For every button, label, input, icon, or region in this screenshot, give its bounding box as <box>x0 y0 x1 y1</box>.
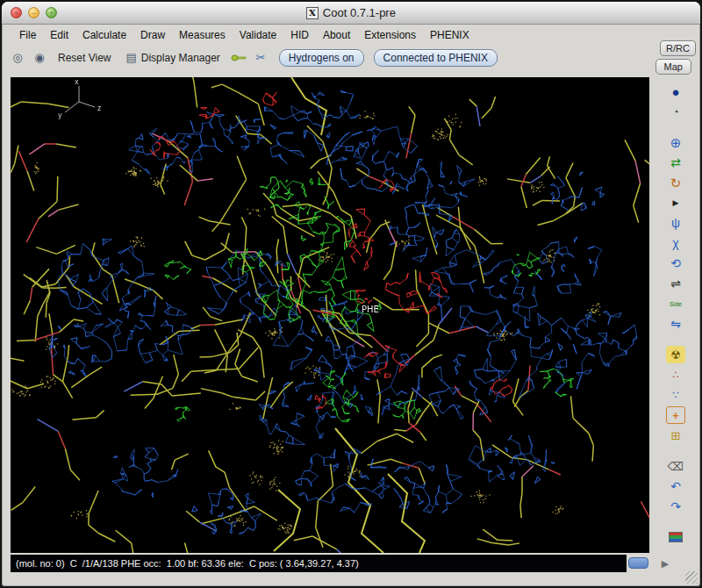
display-images-icon[interactable] <box>666 528 685 546</box>
titlebar[interactable]: × − + XCoot 0.7.1-pre <box>2 2 700 25</box>
menu-calculate[interactable]: Calculate <box>75 27 133 43</box>
x11-icon: X <box>306 7 319 19</box>
chi-angles-icon[interactable]: χ <box>666 234 685 252</box>
scissors-icon[interactable]: ✂ <box>252 49 269 67</box>
redo-icon[interactable]: ↷ <box>666 498 685 515</box>
expander-arrow-icon[interactable]: ▶ <box>655 556 675 571</box>
undo-icon[interactable]: ↶ <box>666 477 685 495</box>
add-terminal-residue-icon[interactable]: + <box>666 406 685 424</box>
viewport-3d[interactable] <box>11 77 649 553</box>
key-icon[interactable] <box>230 49 247 67</box>
menu-phenix[interactable]: PHENIX <box>423 27 476 43</box>
hydrogens-toggle-button[interactable]: Hydrogens on <box>279 49 364 67</box>
rrc-button[interactable]: R/RC <box>660 40 696 56</box>
menu-edit[interactable]: Edit <box>43 27 75 43</box>
coot-window: × − + XCoot 0.7.1-pre FileEditCalculateD… <box>1 1 701 587</box>
window-title-text: Coot 0.7.1-pre <box>323 6 396 19</box>
status-scrollbar[interactable] <box>628 557 648 569</box>
dial-icon[interactable]: ◔ <box>666 103 685 120</box>
sphere-icon[interactable]: ● <box>666 82 685 100</box>
flip-peptide-icon[interactable]: ⟲ <box>666 255 685 272</box>
mutate-radiation-icon[interactable]: ☢ <box>666 346 685 363</box>
jed-flip-icon[interactable]: ⇋ <box>666 315 685 333</box>
delete-item-icon[interactable]: ⌫ <box>666 457 685 475</box>
menubar: FileEditCalculateDrawMeasuresValidateHID… <box>2 25 649 45</box>
add-atom-icon[interactable]: ∵ <box>666 386 685 404</box>
cis-trans-icon[interactable]: ⇌ <box>666 275 685 292</box>
display-icon: ▤ <box>125 51 136 64</box>
map-button[interactable]: Map <box>655 59 691 75</box>
menu-file[interactable]: File <box>12 27 43 43</box>
window-title: XCoot 0.7.1-pre <box>2 6 700 19</box>
menu-measures[interactable]: Measures <box>172 27 233 43</box>
menu-about[interactable]: About <box>316 27 357 43</box>
toolbar: ◎ ◉ Reset View ▤ Display Manager ✂ Hydro… <box>2 46 649 69</box>
regularize-icon[interactable]: ⇄ <box>666 154 685 171</box>
status-text: (mol. no: 0) C /1/A/138 PHE occ: 1.00 bf… <box>16 558 359 569</box>
menu-extensions[interactable]: Extensions <box>357 27 423 43</box>
menu-draw[interactable]: Draw <box>133 27 172 43</box>
phenix-connection-button[interactable]: Connected to PHENIX <box>374 49 498 67</box>
rotate-translate-icon[interactable]: ↻ <box>666 174 685 191</box>
reset-view-button[interactable]: Reset View <box>53 49 116 67</box>
pointer-icon[interactable]: ▶ <box>666 194 685 212</box>
target-icon[interactable]: ◎ <box>9 49 26 67</box>
add-alt-conf-icon[interactable]: ⊞ <box>666 427 685 444</box>
record-icon[interactable]: ◉ <box>31 49 48 67</box>
status-bar: (mol. no: 0) C /1/A/138 PHE occ: 1.00 bf… <box>11 555 627 572</box>
menu-hid[interactable]: HID <box>283 27 316 43</box>
menu-validate[interactable]: Validate <box>233 27 283 43</box>
sidechain-180-icon[interactable]: Side <box>666 295 685 312</box>
model-toolbar: R/RC Map ●◔⊕⇄↻▶ψχ⟲⇌Side⇋☢∴∵+⊞⌫↶↷ <box>649 25 701 587</box>
display-manager-button[interactable]: ▤ Display Manager <box>120 48 225 67</box>
display-manager-label: Display Manager <box>141 52 220 64</box>
resize-grip[interactable] <box>685 571 698 584</box>
flag-stripes <box>669 532 683 542</box>
rotamer-icon[interactable]: ψ <box>666 214 685 232</box>
modeling-icon-strip: ●◔⊕⇄↻▶ψχ⟲⇌Side⇋☢∴∵+⊞⌫↶↷ <box>649 82 701 546</box>
molecular-canvas[interactable] <box>11 77 649 553</box>
translate-zone-icon[interactable]: ⊕ <box>666 133 685 151</box>
mutate-autofit-icon[interactable]: ∴ <box>666 366 685 384</box>
